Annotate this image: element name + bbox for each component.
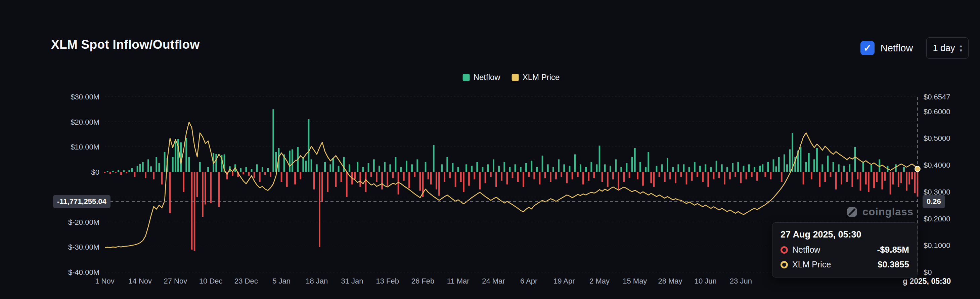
legend-xlm-price-label: XLM Price: [523, 73, 560, 82]
svg-text:$30.00M: $30.00M: [70, 93, 99, 101]
netflow-swatch-icon: [463, 74, 470, 81]
svg-text:10 Dec: 10 Dec: [199, 277, 223, 285]
coinglass-logo-icon: [846, 205, 858, 218]
svg-text:6 Apr: 6 Apr: [520, 277, 537, 285]
tooltip-xlm-price-value: $0.3855: [878, 259, 909, 270]
svg-text:11 Mar: 11 Mar: [447, 277, 469, 285]
svg-text:27 Nov: 27 Nov: [164, 277, 188, 285]
svg-text:14 Nov: 14 Nov: [128, 277, 152, 285]
svg-text:$0: $0: [924, 268, 932, 277]
interval-select[interactable]: 1 day ▴▾: [926, 37, 969, 59]
tooltip-row: XLM Price $0.3855: [781, 259, 909, 270]
tooltip-xlm-price-label: XLM Price: [792, 260, 831, 269]
svg-text:1 Nov: 1 Nov: [95, 277, 114, 285]
svg-text:$-20.00M: $-20.00M: [68, 218, 99, 226]
netflow-checkbox-label: Netflow: [881, 43, 913, 54]
tooltip-date: 27 Aug 2025, 05:30: [781, 229, 909, 240]
svg-text:31 Jan: 31 Jan: [341, 277, 363, 285]
chevron-up-down-icon: ▴▾: [959, 43, 962, 53]
netflow-marker-icon: [781, 246, 788, 254]
tooltip-netflow-label: Netflow: [792, 245, 820, 254]
svg-text:10 Jun: 10 Jun: [695, 277, 717, 285]
watermark-text: coinglass: [862, 206, 913, 218]
svg-text:23 Dec: 23 Dec: [234, 277, 258, 285]
svg-text:28 May: 28 May: [658, 277, 682, 285]
svg-text:19 Apr: 19 Apr: [554, 277, 575, 285]
xlm-price-marker-icon: [781, 261, 788, 269]
legend-item-xlm-price[interactable]: XLM Price: [512, 73, 560, 82]
legend-item-netflow[interactable]: Netflow: [463, 73, 500, 82]
x-axis-labels: 1 Nov14 Nov27 Nov10 Dec23 Dec5 Jan18 Jan…: [95, 277, 752, 285]
svg-text:23 Jun: 23 Jun: [730, 277, 752, 285]
right-axis-labels: $0.6547$0.6000$0.5000$0.4000$0.3000$0.20…: [924, 93, 950, 277]
crosshair-left-value-label: -11,771,255.04: [53, 195, 110, 208]
xlm-price-swatch-icon: [512, 74, 519, 81]
last-price-dot-icon: [915, 166, 920, 172]
svg-text:$20.00M: $20.00M: [70, 118, 99, 126]
interval-select-value: 1 day: [933, 43, 955, 53]
svg-text:$0.6000: $0.6000: [924, 108, 950, 116]
svg-text:26 Feb: 26 Feb: [411, 277, 434, 285]
svg-text:5 Jan: 5 Jan: [272, 277, 291, 285]
svg-text:$0.5000: $0.5000: [924, 134, 950, 142]
coinglass-watermark: coinglass: [846, 205, 913, 218]
svg-text:2 May: 2 May: [589, 277, 609, 285]
netflow-checkbox[interactable]: ✓: [861, 41, 875, 55]
chart-tooltip: 27 Aug 2025, 05:30 Netflow -$9.85M XLM P…: [772, 223, 918, 277]
crosshair-date-label: g 2025, 05:30: [903, 277, 951, 286]
left-axis-labels: $30.00M$20.00M$10.00M$0$-20.00M$-30.00M$…: [68, 93, 99, 277]
svg-text:$10.00M: $10.00M: [70, 143, 99, 151]
xlm-spot-inflow-outflow-panel: $30.00M$20.00M$10.00M$0$-20.00M$-30.00M$…: [0, 0, 980, 299]
page-title: XLM Spot Inflow/Outflow: [51, 38, 200, 52]
chart-legend: Netflow XLM Price: [463, 73, 560, 82]
tooltip-netflow-value: -$9.85M: [877, 245, 909, 255]
svg-text:$0: $0: [91, 168, 99, 177]
svg-text:$-30.00M: $-30.00M: [68, 243, 99, 251]
svg-text:$0.2000: $0.2000: [924, 215, 950, 223]
svg-text:18 Jan: 18 Jan: [305, 277, 328, 285]
svg-text:$0.4000: $0.4000: [924, 161, 950, 169]
svg-text:24 Mar: 24 Mar: [482, 277, 505, 285]
crosshair-right-value-label: 0.26: [923, 195, 945, 208]
chart-controls: ✓ Netflow 1 day ▴▾: [861, 37, 969, 59]
svg-text:$0.6547: $0.6547: [924, 93, 950, 101]
svg-text:15 May: 15 May: [623, 277, 647, 285]
checkmark-icon: ✓: [864, 43, 871, 54]
tooltip-row: Netflow -$9.85M: [781, 245, 909, 255]
svg-text:$-40.00M: $-40.00M: [68, 268, 99, 277]
svg-text:13 Feb: 13 Feb: [376, 277, 399, 285]
svg-text:$0.1000: $0.1000: [924, 241, 950, 250]
legend-netflow-label: Netflow: [474, 73, 500, 82]
